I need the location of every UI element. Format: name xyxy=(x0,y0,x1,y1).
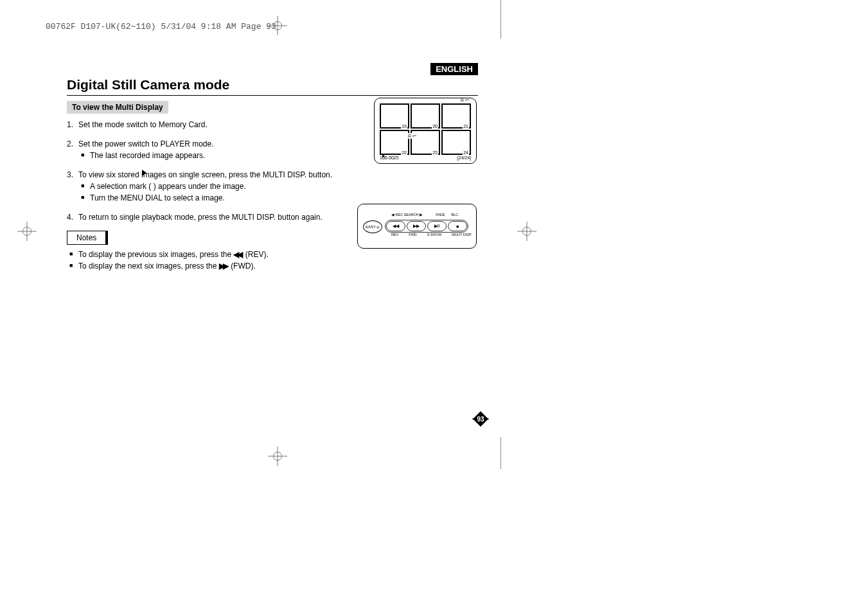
thumbnail: 20 xyxy=(411,103,440,129)
divider xyxy=(67,95,478,96)
page-title: Digital Still Camera mode xyxy=(67,77,478,93)
notes-label: Notes xyxy=(67,231,108,245)
registration-mark-top xyxy=(268,16,287,35)
thumbnail: 22 xyxy=(380,130,409,155)
rewind-icon: ◀◀ xyxy=(233,249,241,260)
play-pause-button: ▶II xyxy=(427,221,447,231)
step-3: 3. To view six stored images on single s… xyxy=(67,169,478,204)
button-panel-diagram: EASY ⟳ ◀ REC SEARCH ▶ FADE BLC ◀◀ ▶▶ ▶II… xyxy=(357,204,477,249)
lcd-screen-diagram: ⎙ ⤺ 19 20 21 22 23 24 ⎙ ⤺ 100-0025 [24/2… xyxy=(374,98,477,164)
print-header: 00762F D107-UK(62~110) 5/31/04 9:18 AM P… xyxy=(46,22,276,31)
language-badge: ENGLISH xyxy=(430,63,478,75)
thumbnail: 24 xyxy=(441,130,471,155)
thumbnail: 21 xyxy=(441,103,471,129)
registration-mark-bottom xyxy=(268,447,287,466)
stop-button: ■ xyxy=(448,221,467,231)
easy-button: EASY ⟳ xyxy=(363,220,382,233)
rev-button: ◀◀ xyxy=(386,221,405,231)
selection-indicator-icon xyxy=(382,154,385,158)
section-subtitle: To view the Multi Display xyxy=(67,101,168,114)
thumbnail: 19 xyxy=(380,103,409,129)
page-number: 93 xyxy=(473,411,488,427)
note-rev: To display the previous six images, pres… xyxy=(69,249,478,260)
image-count: [24/24] xyxy=(457,155,471,160)
note-fwd: To display the next six images, press th… xyxy=(69,260,478,272)
card-icon: ⎙ ⤺ xyxy=(407,133,418,139)
registration-mark-left xyxy=(17,222,37,241)
fwd-button: ▶▶ xyxy=(407,221,426,231)
selection-mark-icon xyxy=(142,167,146,179)
card-icon: ⎙ ⤺ xyxy=(461,97,470,103)
fold-mark xyxy=(500,0,501,39)
forward-icon: ▶▶ xyxy=(219,260,227,272)
registration-mark-right xyxy=(517,222,536,241)
fold-mark xyxy=(500,437,501,469)
